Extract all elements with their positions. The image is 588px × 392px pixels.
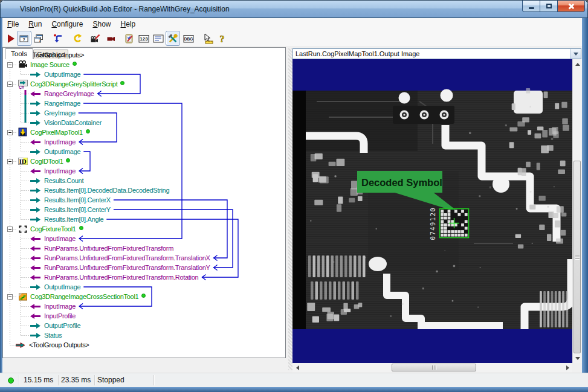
tree-item-label[interactable]: RangeGreyImage [44,90,94,97]
debug-button[interactable]: DBG [181,31,196,46]
combo-dropdown-button[interactable] [570,49,581,59]
output-pin-icon [30,149,40,155]
tree-item-label[interactable]: CogPixelMapTool1 [30,129,83,136]
tree-item-label[interactable]: OutputImage [44,148,80,155]
io-form-button[interactable] [151,31,166,46]
tree-item: CogFixtureTool1 [30,224,83,234]
expand-toggle[interactable] [7,294,13,300]
cascade-windows-button[interactable]: ? [31,31,46,46]
scroll-right-button[interactable] [563,363,572,373]
pcb-ring-pads [400,111,449,120]
tree-item-label[interactable]: InputImage [44,167,76,175]
tool-palette-button[interactable] [166,31,180,46]
tree-item-label[interactable]: Results.Item[0].CenterY [44,206,111,213]
tree-item-label[interactable]: InputImage [44,138,76,146]
input-pin-icon [30,265,40,271]
tree-item-label[interactable]: InputProfile [44,312,76,320]
tree-item-label[interactable]: InputImage [44,303,76,310]
expand-toggle[interactable] [7,227,13,232]
output-pin-icon [30,120,40,126]
scroll-down-button[interactable] [573,353,582,363]
tree-item: CogIDTool1 [30,156,70,166]
menu-item-help[interactable]: Help [115,18,140,30]
tree-item-label[interactable]: RunParams.UnfixturedFromFixturedTransfor… [44,254,210,262]
expand-toggle[interactable] [7,62,13,68]
run-button[interactable] [4,31,18,46]
tree-item-label[interactable]: OutputImage [44,71,80,78]
help-button[interactable]: ? [215,31,230,46]
measure-button[interactable] [201,31,215,46]
menu-item-configure[interactable]: Configure [47,18,88,30]
image-display: Decoded Symbol 0749120 [292,59,572,363]
crosssection-tool-icon [18,292,28,301]
scroll-up-button[interactable] [573,59,582,69]
tree-item-label[interactable]: Results.Count [44,177,83,184]
tab-tools[interactable]: Tools [5,48,33,59]
tree-item: Results.Item[0].DecodedData.DecodedStrin… [44,185,169,195]
tree-item-label[interactable]: OutputImage [44,283,80,291]
close-button[interactable] [558,1,585,12]
tree-item-label[interactable]: OutputProfile [44,322,80,329]
tree-item-label[interactable]: Status [44,332,62,339]
image-source-select[interactable]: LastRun.CogPixelMapTool1.Output Image [292,48,581,59]
tree-item-label[interactable]: RangeImage [44,100,80,107]
output-pin-icon [30,207,40,213]
tree-item: RunParams.UnfixturedFromFixturedTransfor… [44,272,198,282]
tree-item-label[interactable]: RunParams.UnfixturedFromFixturedTransfor… [44,245,173,252]
maximize-icon [546,4,552,8]
horizontal-scroll-thumb[interactable] [392,364,476,371]
caption-buttons [522,1,585,12]
reset-button[interactable] [51,31,65,46]
output-pin-icon [30,333,40,338]
record-camera-button[interactable] [104,31,118,46]
expand-toggle[interactable] [7,130,13,135]
expand-toggle[interactable] [7,82,13,87]
vertical-scroll-thumb[interactable] [573,161,581,353]
tree-item: CogPixelMapTool1 [30,127,90,137]
tree-item-label[interactable]: Image Source [30,61,69,68]
window-title: VisionPro(R) QuickBuild Job Editor - Ran… [20,0,230,18]
window-frame-bottom [0,387,588,392]
maximize-button[interactable] [540,1,558,12]
tree-item-label[interactable]: InputImage [44,235,76,242]
cascade-windows-icon: ? [33,33,44,44]
image-playback-button[interactable] [88,31,103,46]
workspace: Tools Graphics <ToolGroup Inputs>Image S… [2,47,582,373]
tree-item-label[interactable]: Results.Item[0].Angle [44,216,103,223]
numeric-results-button[interactable]: 123 [137,31,151,46]
scroll-left-button[interactable] [292,363,302,373]
tree-item-label[interactable]: RunParams.UnfixturedFromFixturedTransfor… [44,264,210,271]
tree-item-label[interactable]: CogIDTool1 [30,158,63,165]
input-pin-icon [30,169,40,174]
show-job-window-button[interactable]: ? [17,31,31,46]
tree-item: OutputImage [44,147,80,156]
svg-text:ID: ID [19,158,27,165]
pixelmap-tool-icon [18,127,28,137]
edit-job-button[interactable] [122,31,137,46]
tree-item-label[interactable]: <ToolGroup Inputs> [29,51,84,59]
tree-item-label[interactable]: Results.Item[0].CenterX [44,196,111,204]
tree-item-label[interactable]: Cog3DRangeImageCrossSectionTool1 [30,293,138,300]
horizontal-scrollbar[interactable] [292,363,572,373]
tree-item-label[interactable]: RunParams.UnfixturedFromFixturedTransfor… [44,274,198,281]
minimize-button[interactable] [522,1,540,12]
menu-item-file[interactable]: File [2,18,24,30]
tree-item-label[interactable]: GreyImage [44,109,76,117]
output-pin-icon [30,284,40,290]
tree-item-label[interactable]: VisionDataContainer [44,119,102,126]
svg-text:C#: C# [19,85,24,89]
output-pin-icon [30,188,40,193]
tree-item-label[interactable]: CogFixtureTool1 [30,225,76,233]
expand-toggle[interactable] [7,159,13,164]
undo-button[interactable] [70,31,85,46]
tool-palette-icon [167,33,178,44]
tree-item-label[interactable]: Cog3DRangeGreySplitterScript [30,80,117,88]
tree-item: InputImage [44,137,76,147]
tree-item: Results.Item[0].CenterY [44,205,111,214]
menu-item-show[interactable]: Show [88,18,115,30]
vertical-scrollbar[interactable] [572,59,581,363]
pane-splitter[interactable] [288,48,292,370]
tree-item-label[interactable]: Results.Item[0].DecodedData.DecodedStrin… [44,187,169,194]
menu-item-run[interactable]: Run [24,18,47,30]
tree-item-label[interactable]: <ToolGroup Outputs> [29,341,89,349]
